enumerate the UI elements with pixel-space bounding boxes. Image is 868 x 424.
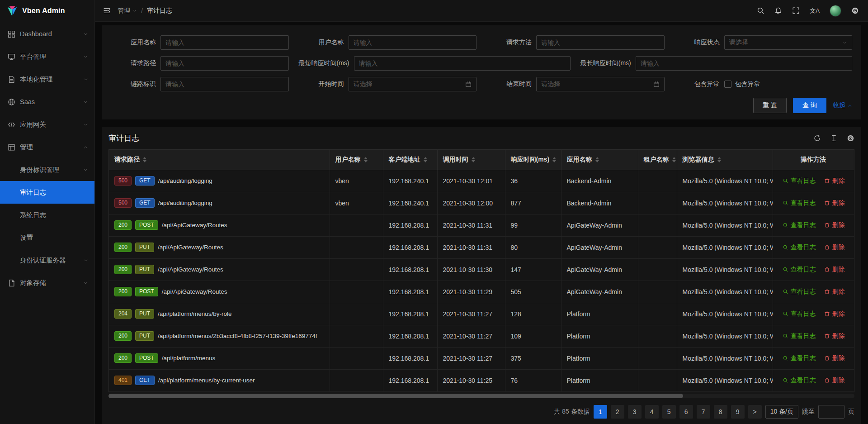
horizontal-scrollbar[interactable]	[108, 394, 854, 398]
delete-button[interactable]: 删除	[824, 243, 845, 252]
response-status-select[interactable]: 请选择	[724, 35, 853, 50]
delete-button[interactable]: 删除	[824, 288, 845, 296]
column-header-elapsed-ms[interactable]: 响应时间(ms)	[505, 150, 561, 170]
column-header-client-address[interactable]: 客户端地址	[383, 150, 437, 170]
view-log-button[interactable]: 查看日志	[783, 310, 816, 318]
has-exception-checkbox[interactable]	[724, 81, 731, 88]
user-name-input[interactable]	[349, 35, 477, 50]
query-button[interactable]: 查 询	[793, 98, 826, 113]
delete-button[interactable]: 删除	[824, 199, 845, 207]
avatar[interactable]	[830, 5, 841, 17]
filter-row: 应用名称用户名称请求方法响应状态请选择	[111, 35, 852, 50]
request-path-input[interactable]	[160, 56, 289, 71]
column-label: 操作方法	[801, 156, 826, 164]
column-label: 应用名称	[567, 156, 592, 164]
column-header-call-time[interactable]: 调用时间	[437, 150, 505, 170]
cell-user-name	[330, 369, 383, 391]
column-header-browser-info[interactable]: 浏览器信息	[677, 150, 773, 170]
view-log-button[interactable]: 查看日志	[783, 177, 816, 185]
chevron-up	[83, 145, 88, 150]
column-label: 请求路径	[114, 156, 140, 164]
sidebar-item-platform[interactable]: 平台管理	[0, 45, 94, 68]
cell-request-path: 200POST/api/platform/menus	[109, 347, 330, 369]
sidebar-item-management[interactable]: 管理	[0, 136, 94, 158]
view-log-icon	[783, 267, 788, 272]
page-button-2[interactable]: 2	[611, 405, 624, 419]
view-log-icon	[783, 289, 788, 295]
page-button-5[interactable]: 5	[662, 405, 676, 419]
page-button-3[interactable]: 3	[628, 405, 642, 419]
settings-icon[interactable]	[851, 7, 859, 14]
view-log-button[interactable]: 查看日志	[783, 288, 816, 296]
sidebar-item-system-log[interactable]: 系统日志	[0, 204, 94, 226]
next-page-button[interactable]: >	[748, 405, 762, 419]
bell-icon[interactable]	[774, 7, 782, 14]
breadcrumb-root[interactable]: 管理	[118, 7, 137, 15]
sidebar-item-dashboard[interactable]: Dashboard	[0, 23, 94, 45]
column-header-tenant-name[interactable]: 租户名称	[638, 150, 677, 170]
request-method-input[interactable]	[536, 35, 665, 50]
min-elapsed-input[interactable]	[354, 56, 571, 71]
collapse-link[interactable]: 收起	[833, 101, 852, 110]
sidebar-item-auth-server[interactable]: 身份认证服务器	[0, 249, 94, 272]
translate-icon[interactable]: 文A	[810, 7, 820, 15]
page-button-1[interactable]: 1	[594, 405, 607, 419]
view-log-button[interactable]: 查看日志	[783, 243, 816, 252]
logo[interactable]: Vben Admin	[0, 0, 94, 22]
delete-button[interactable]: 删除	[824, 221, 845, 229]
delete-icon	[824, 355, 830, 361]
column-header-app-name[interactable]: 应用名称	[561, 150, 638, 170]
sidebar-item-localization[interactable]: 本地化管理	[0, 68, 94, 91]
cell-client-address: 192.168.240.1	[383, 192, 437, 214]
sidebar-item-object-storage[interactable]: 对象存储	[0, 272, 94, 294]
column-header-user-name[interactable]: 用户名称	[330, 150, 383, 170]
delete-button[interactable]: 删除	[824, 332, 845, 340]
fullscreen-icon[interactable]	[792, 7, 800, 14]
sidebar-item-audit-log[interactable]: 审计日志	[0, 181, 94, 204]
sidebar-item-identity[interactable]: 身份标识管理	[0, 158, 94, 181]
cell-elapsed-ms: 99	[505, 214, 561, 236]
jump-label: 跳至	[802, 408, 815, 416]
jump-page-input[interactable]	[818, 405, 844, 419]
app-name-input[interactable]	[160, 35, 289, 50]
start-time-date-picker[interactable]: 请选择	[349, 77, 477, 91]
view-log-button[interactable]: 查看日志	[783, 266, 816, 274]
sidebar-item-settings[interactable]: 设置	[0, 226, 94, 249]
delete-button[interactable]: 删除	[824, 376, 845, 385]
search-icon[interactable]	[757, 7, 764, 14]
filter-row: 链路标识开始时间请选择结束时间请选择包含异常包含异常	[111, 77, 852, 91]
page-size-select[interactable]: 10 条/页	[765, 405, 798, 419]
delete-button[interactable]: 删除	[824, 354, 845, 362]
reset-button[interactable]: 重 置	[753, 98, 787, 113]
cell-tenant-name	[638, 325, 677, 347]
cell-client-address: 192.168.208.1	[383, 303, 437, 325]
delete-label: 删除	[832, 199, 845, 207]
page-button-6[interactable]: 6	[679, 405, 693, 419]
refresh-icon[interactable]	[813, 134, 821, 142]
view-log-button[interactable]: 查看日志	[783, 332, 816, 340]
page-button-8[interactable]: 8	[714, 405, 727, 419]
settings-icon[interactable]	[847, 134, 854, 142]
max-elapsed-input[interactable]	[636, 56, 852, 71]
page-button-7[interactable]: 7	[697, 405, 710, 419]
delete-button[interactable]: 删除	[824, 310, 845, 318]
view-log-button[interactable]: 查看日志	[783, 376, 816, 385]
view-log-button[interactable]: 查看日志	[783, 199, 816, 207]
end-time-date-picker[interactable]: 请选择	[536, 77, 665, 91]
page-button-4[interactable]: 4	[645, 405, 659, 419]
scrollbar-thumb[interactable]	[108, 394, 683, 398]
page-button-9[interactable]: 9	[731, 405, 745, 419]
print-icon[interactable]	[830, 134, 838, 142]
trace-id-input[interactable]	[160, 77, 289, 91]
menu-fold-button[interactable]	[98, 0, 116, 22]
delete-button[interactable]: 删除	[824, 177, 845, 185]
cell-call-time: 2021-10-30 11:27	[437, 325, 505, 347]
view-log-button[interactable]: 查看日志	[783, 354, 816, 362]
sidebar-item-saas[interactable]: Saas	[0, 91, 94, 113]
sidebar-item-gateway[interactable]: 应用网关	[0, 113, 94, 136]
view-log-button[interactable]: 查看日志	[783, 221, 816, 229]
cell-user-name	[330, 325, 383, 347]
delete-button[interactable]: 删除	[824, 266, 845, 274]
column-header-request-path[interactable]: 请求路径	[109, 150, 330, 170]
form-field-request-method: 请求方法	[486, 35, 665, 50]
